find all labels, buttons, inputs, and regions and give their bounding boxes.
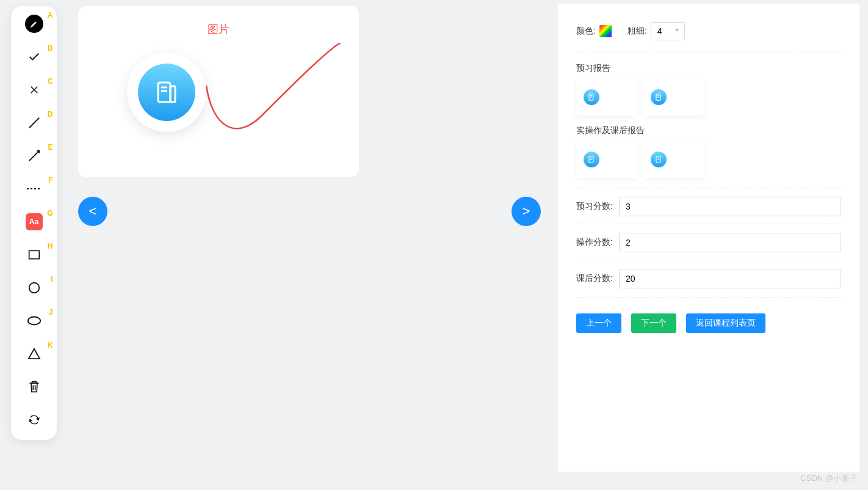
tool-label: I [51,275,52,283]
document-icon [584,152,599,167]
practice-thumb-row [576,141,841,178]
svg-point-2 [29,283,39,293]
tool-label: D [48,110,53,119]
thickness-label: 粗细: [627,26,647,37]
prev-student-button[interactable]: 上一个 [576,313,621,333]
rect-tool[interactable]: H [25,246,43,264]
text-tool[interactable]: Aa G [25,213,43,231]
canvas-prev-button[interactable]: < [78,197,107,226]
score-after-input[interactable] [619,269,841,288]
score-preview-input[interactable] [619,197,841,216]
canvas-title: 图片 [78,6,359,37]
drawing-toolbar: A B C D E F Aa G H I J K [11,6,57,440]
score-after-row: 课后分数: [576,260,841,288]
tool-label: G [47,209,52,218]
dashed-line-tool[interactable]: F [25,180,43,198]
thickness-select[interactable]: 4 [651,22,685,40]
score-after-label: 课后分数: [576,273,619,284]
next-student-button[interactable]: 下一个 [631,313,676,333]
practice-section-title: 实操作及课后报告 [576,125,841,136]
score-preview-row: 预习分数: [576,188,841,216]
preview-thumb[interactable] [576,79,637,115]
tool-label: F [48,176,52,185]
trash-tool[interactable] [25,378,43,396]
tool-label: A [48,11,53,20]
score-operate-row: 操作分数: [576,224,841,252]
preview-thumb-row [576,79,841,115]
color-label: 颜色: [576,26,596,37]
preview-thumb[interactable] [643,79,704,115]
tool-label: C [48,77,53,86]
practice-thumb[interactable] [643,141,704,178]
chevron-down-icon [675,29,679,32]
tool-label: H [48,242,53,250]
tool-label: J [49,308,53,316]
drawn-curve [200,43,347,141]
svg-point-3 [27,317,40,325]
tool-label: E [48,143,52,152]
line-tool[interactable]: D [25,114,43,132]
sync-tool[interactable] [25,411,43,429]
document-icon [651,89,667,105]
tool-label: B [48,44,53,53]
svg-rect-1 [29,250,39,258]
canvas-next-button[interactable]: > [512,197,541,226]
triangle-tool[interactable]: K [25,345,43,363]
ellipse-tool[interactable]: J [25,312,43,330]
action-buttons: 上一个 下一个 返回课程列表页 [576,297,841,333]
practice-thumb[interactable] [576,141,637,178]
watermark: CSDN @小圆子 [800,473,857,484]
document-icon [651,152,667,167]
score-operate-input[interactable] [619,233,841,252]
document-thumbnail [127,53,206,132]
document-icon [584,89,599,105]
svg-rect-7 [170,86,175,102]
score-preview-label: 预习分数: [576,201,619,212]
tool-label: K [48,341,53,349]
svg-rect-4 [158,82,170,102]
preview-section-title: 预习报告 [576,63,841,74]
circle-tool[interactable]: I [25,279,43,297]
back-to-list-button[interactable]: 返回课程列表页 [686,313,765,333]
document-icon [138,64,195,121]
color-thickness-row: 颜色: 粗细: 4 [576,22,841,40]
grading-panel: 颜色: 粗细: 4 预习报告 实操作及课后报告 预习分数: 操作分数: 课后分数… [558,4,859,472]
text-icon: Aa [26,213,43,230]
arrow-line-tool[interactable]: E [25,147,43,165]
x-tool[interactable]: C [25,81,43,99]
canvas-card[interactable]: 图片 [78,6,359,177]
check-tool[interactable]: B [25,48,43,66]
color-picker[interactable] [599,25,612,37]
score-operate-label: 操作分数: [576,237,619,248]
thickness-value: 4 [657,26,662,36]
divider [576,53,841,53]
pen-tool[interactable]: A [25,15,43,33]
